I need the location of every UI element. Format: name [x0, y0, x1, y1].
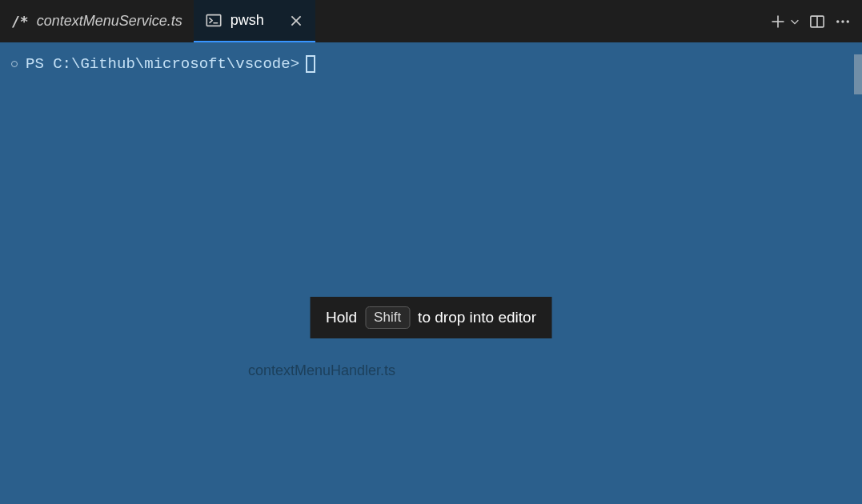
svg-point-9 [841, 20, 844, 23]
tab-label: pwsh [231, 12, 264, 29]
terminal-area[interactable]: PS C:\Github\microsoft\vscode> Hold Shif… [0, 42, 862, 504]
tab-pwsh[interactable]: pwsh [194, 0, 315, 42]
new-tab-group [768, 12, 801, 31]
terminal-marker-icon [11, 61, 18, 67]
svg-point-10 [847, 20, 850, 23]
terminal-icon [205, 12, 223, 30]
svg-point-8 [836, 20, 840, 23]
comment-block-icon: /* [11, 13, 29, 30]
drop-hint-text-left: Hold [326, 309, 357, 326]
tab-contextmenuservice[interactable]: /* contextMenuService.ts [0, 0, 194, 42]
terminal-prompt: PS C:\Github\microsoft\vscode> [26, 55, 299, 73]
tab-label: contextMenuService.ts [37, 13, 182, 30]
chevron-down-icon[interactable] [788, 12, 801, 31]
svg-rect-0 [206, 14, 220, 26]
drop-hint-overlay: Hold Shift to drop into editor [310, 297, 552, 338]
drag-ghost-label: contextMenuHandler.ts [248, 362, 395, 379]
tab-bar: /* contextMenuService.ts pwsh [0, 0, 862, 42]
split-editor-button[interactable] [808, 12, 827, 31]
terminal-line: PS C:\Github\microsoft\vscode> [10, 55, 852, 73]
new-tab-button[interactable] [768, 12, 788, 31]
more-actions-button[interactable] [833, 12, 852, 31]
tab-actions [759, 12, 862, 31]
drop-hint-text-right: to drop into editor [418, 309, 536, 326]
terminal-cursor [306, 55, 315, 73]
scrollbar-thumb[interactable] [854, 54, 862, 94]
close-icon[interactable] [288, 13, 304, 29]
kbd-shift: Shift [365, 306, 410, 329]
